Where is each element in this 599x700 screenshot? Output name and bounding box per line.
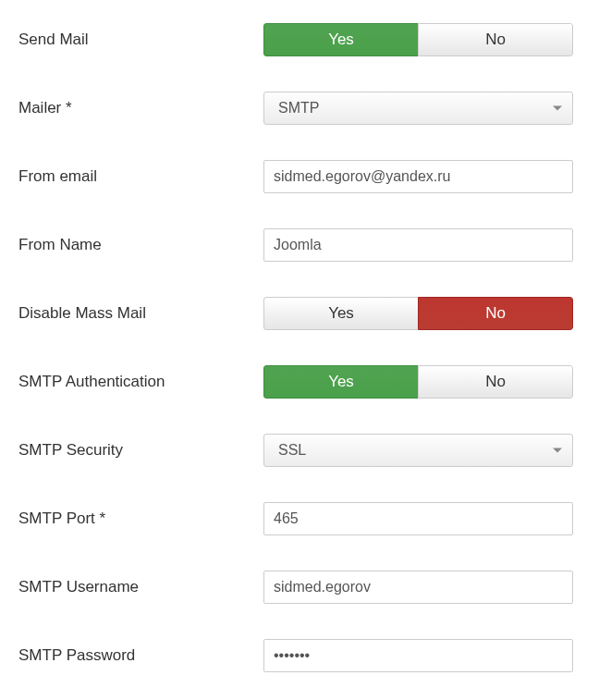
smtp-security-row: SMTP Security SSL bbox=[18, 434, 581, 467]
smtp-port-input[interactable] bbox=[263, 502, 573, 535]
smtp-password-label: SMTP Password bbox=[18, 646, 263, 665]
send-mail-row: Send Mail Yes No bbox=[18, 23, 581, 56]
send-mail-label: Send Mail bbox=[18, 31, 263, 49]
chevron-down-icon bbox=[553, 448, 562, 453]
smtp-username-label: SMTP Username bbox=[18, 578, 263, 596]
send-mail-toggle: Yes No bbox=[263, 23, 573, 56]
from-email-row: From email bbox=[18, 160, 581, 193]
mailer-row: Mailer * SMTP bbox=[18, 92, 581, 125]
smtp-security-select[interactable]: SSL bbox=[263, 434, 573, 467]
disable-mass-mail-toggle: Yes No bbox=[263, 297, 573, 330]
send-mail-yes-button[interactable]: Yes bbox=[263, 23, 418, 56]
chevron-down-icon bbox=[553, 106, 562, 111]
smtp-username-row: SMTP Username bbox=[18, 571, 581, 604]
smtp-security-value: SSL bbox=[278, 442, 306, 459]
disable-mass-mail-row: Disable Mass Mail Yes No bbox=[18, 297, 581, 330]
send-mail-no-button[interactable]: No bbox=[418, 23, 573, 56]
mailer-select[interactable]: SMTP bbox=[263, 92, 573, 125]
smtp-auth-no-button[interactable]: No bbox=[418, 365, 573, 399]
smtp-auth-yes-button[interactable]: Yes bbox=[263, 365, 418, 399]
smtp-auth-label: SMTP Authentication bbox=[18, 373, 263, 391]
smtp-username-input[interactable] bbox=[263, 571, 573, 604]
smtp-port-row: SMTP Port * bbox=[18, 502, 581, 535]
smtp-auth-toggle: Yes No bbox=[263, 365, 573, 399]
smtp-password-input[interactable] bbox=[263, 639, 573, 672]
from-email-label: From email bbox=[18, 167, 263, 186]
disable-mass-mail-label: Disable Mass Mail bbox=[18, 304, 263, 323]
mailer-value: SMTP bbox=[278, 100, 319, 117]
smtp-port-label: SMTP Port * bbox=[18, 510, 263, 528]
disable-mass-mail-yes-button[interactable]: Yes bbox=[263, 297, 418, 330]
disable-mass-mail-no-button[interactable]: No bbox=[418, 297, 573, 330]
smtp-password-row: SMTP Password bbox=[18, 639, 581, 672]
mailer-label: Mailer * bbox=[18, 99, 263, 117]
from-name-input[interactable] bbox=[263, 228, 573, 262]
smtp-auth-row: SMTP Authentication Yes No bbox=[18, 365, 581, 399]
smtp-security-label: SMTP Security bbox=[18, 441, 263, 460]
from-email-input[interactable] bbox=[263, 160, 573, 193]
from-name-row: From Name bbox=[18, 228, 581, 262]
from-name-label: From Name bbox=[18, 236, 263, 254]
